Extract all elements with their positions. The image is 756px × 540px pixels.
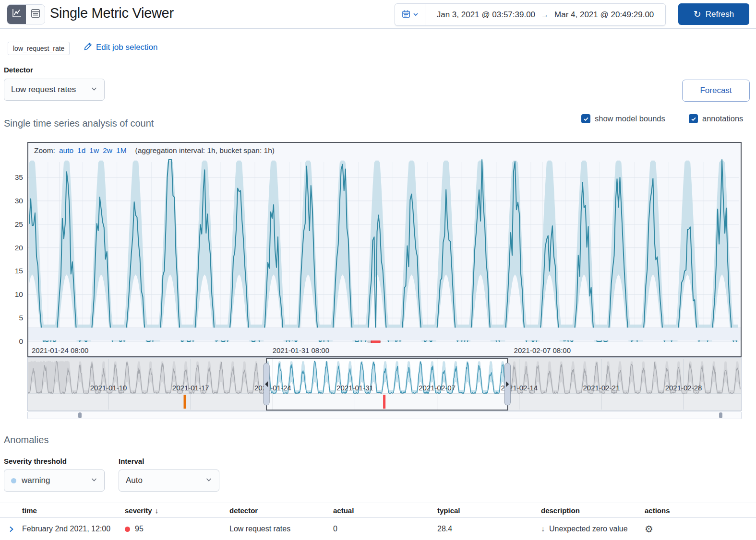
forecast-label: Forecast: [700, 86, 732, 95]
date-picker-toggle[interactable]: [395, 4, 425, 25]
show-model-bounds-label[interactable]: show model bounds: [595, 114, 665, 123]
context-x-axis-label: 2021-01-31: [336, 384, 373, 392]
anomalies-heading: Anomalies: [4, 434, 48, 446]
pencil-icon: [84, 42, 92, 53]
refresh-button[interactable]: ↻ Refresh: [678, 3, 749, 25]
annotations-checkbox-row: annotations: [689, 114, 743, 123]
cell-description: ↓Unexpected zero value: [541, 525, 645, 533]
sort-desc-icon: ↓: [155, 506, 159, 515]
header-divider: [0, 28, 756, 29]
check-icon: [583, 116, 589, 122]
x-axis-strip: [28, 328, 741, 340]
critical-anomaly-swimlane-marker[interactable]: [383, 395, 385, 409]
zoom-option-1M[interactable]: 1M: [116, 146, 127, 154]
zoom-option-auto[interactable]: auto: [59, 146, 73, 154]
time-range-display[interactable]: Jan 3, 2021 @ 03:57:39.00 → Mar 4, 2021 …: [425, 10, 665, 20]
x-axis-label: 2021-01-31 08:00: [273, 346, 329, 354]
col-actual[interactable]: actual: [333, 506, 437, 515]
interval-label: Interval: [119, 457, 144, 465]
data-table-icon: [30, 8, 41, 21]
show-model-bounds-checkbox-row: show model bounds: [581, 114, 665, 123]
context-x-axis-label: 2021-01-17: [172, 384, 209, 392]
aggregation-note: (aggregation interval: 1h, bucket span: …: [135, 146, 275, 155]
chart-view-button[interactable]: [7, 5, 26, 24]
detector-selected-value: Low request rates: [11, 85, 76, 94]
major-anomaly-swimlane-marker[interactable]: [184, 395, 186, 409]
cell-detector: Low request rates: [229, 525, 333, 533]
y-axis-label: 20: [6, 244, 23, 252]
y-axis-label: 15: [6, 267, 23, 275]
y-axis-label: 5: [6, 314, 23, 322]
col-typical[interactable]: typical: [437, 506, 541, 515]
job-id-badge: low_request_rate: [8, 42, 70, 55]
y-axis-label: 10: [6, 290, 23, 299]
time-range-picker[interactable]: Jan 3, 2021 @ 03:57:39.00 → Mar 4, 2021 …: [395, 3, 666, 26]
x-axis-label: 2021-01-24 08:00: [32, 346, 88, 354]
anomalies-table-header: time severity↓ detector actual typical d…: [0, 503, 756, 518]
chevron-down-icon: [91, 476, 97, 485]
y-axis-label: 30: [6, 197, 23, 205]
edit-job-selection-link[interactable]: Edit job selection: [84, 42, 158, 53]
context-chart-container: 2021-01-102021-01-172021-01-242021-01-31…: [27, 357, 742, 411]
chart-zoom-toolbar: Zoom: auto1d1w2w1M (aggregation interval…: [28, 143, 741, 158]
main-chart-container: Zoom: auto1d1w2w1M (aggregation interval…: [27, 142, 742, 357]
time-range-end[interactable]: Mar 4, 2021 @ 20:49:29.00: [554, 10, 654, 20]
col-severity[interactable]: severity↓: [125, 506, 229, 515]
gear-icon[interactable]: ⚙: [645, 524, 653, 534]
interval-selected-value: Auto: [126, 476, 143, 485]
detector-label: Detector: [4, 66, 33, 74]
col-description[interactable]: description: [541, 506, 645, 515]
detector-select[interactable]: Low request rates: [4, 79, 105, 101]
y-axis-label: 35: [6, 173, 23, 182]
edit-job-selection-label[interactable]: Edit job selection: [96, 43, 158, 52]
zoom-option-2w[interactable]: 2w: [103, 146, 112, 154]
table-view-button[interactable]: [26, 5, 45, 24]
y-axis-label: 0: [6, 337, 23, 346]
context-x-axis-label: 2021-01-24: [254, 384, 291, 392]
main-time-series-chart[interactable]: [28, 158, 739, 343]
context-chart-brush[interactable]: 2021-01-102021-01-172021-01-242021-01-31…: [28, 358, 741, 411]
severity-selected-value: warning: [22, 476, 50, 485]
cell-severity: 95: [125, 525, 229, 533]
time-range-start[interactable]: Jan 3, 2021 @ 03:57:39.00: [437, 10, 535, 20]
chevron-down-icon: [91, 85, 97, 94]
col-time[interactable]: time: [22, 506, 125, 515]
col-actions: actions: [645, 506, 756, 515]
severity-threshold-label: Severity threshold: [4, 457, 67, 465]
arrow-right-icon: →: [541, 11, 549, 19]
critical-severity-dot: [125, 527, 130, 532]
interval-select[interactable]: Auto: [119, 470, 219, 492]
series-analysis-heading: Single time series analysis of count: [4, 118, 154, 129]
zoom-option-1w[interactable]: 1w: [89, 146, 99, 154]
scrollbar-handle-right[interactable]: [719, 412, 722, 418]
cell-actual: 0: [333, 525, 437, 533]
calendar-icon: [402, 10, 410, 20]
chevron-down-icon: [413, 11, 419, 19]
x-axis-label: 2021-02-07 08:00: [514, 346, 571, 354]
chevron-down-icon: [205, 476, 212, 485]
single-metric-viewer-page: Single Metric Viewer Jan 3, 2021 @ 03:57…: [0, 0, 756, 540]
show-model-bounds-checkbox[interactable]: [581, 114, 590, 123]
cell-typical: 28.4: [437, 525, 541, 533]
warning-severity-dot: [11, 478, 16, 483]
row-expand-button[interactable]: [0, 518, 22, 540]
scrollbar-handle-left[interactable]: [78, 412, 82, 418]
annotations-checkbox[interactable]: [689, 114, 698, 123]
context-x-axis-label: 2021-02-28: [665, 384, 702, 392]
context-scrollbar[interactable]: [27, 411, 742, 419]
zoom-option-1d[interactable]: 1d: [77, 146, 85, 154]
check-icon: [691, 116, 696, 122]
context-x-axis-label: 2021-02-07: [419, 384, 456, 392]
context-x-axis-label: 2021-01-10: [90, 384, 127, 392]
line-chart-icon: [12, 8, 22, 21]
col-detector[interactable]: detector: [229, 506, 333, 515]
chevron-right-icon: [8, 526, 15, 533]
view-toggle-group: [7, 4, 45, 24]
refresh-label: Refresh: [706, 10, 734, 19]
cell-time: February 2nd 2021, 12:00: [22, 525, 125, 533]
forecast-button[interactable]: Forecast: [682, 80, 750, 102]
anomalies-table: time severity↓ detector actual typical d…: [0, 503, 756, 540]
refresh-icon: ↻: [694, 10, 701, 19]
annotations-label[interactable]: annotations: [702, 114, 743, 123]
severity-threshold-select[interactable]: warning: [4, 470, 105, 492]
